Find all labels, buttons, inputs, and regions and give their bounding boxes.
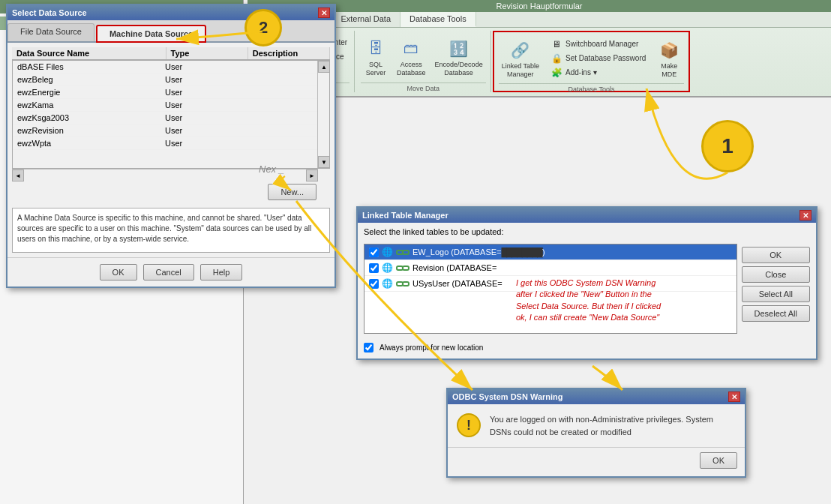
sql-server-label: SQLServer	[366, 61, 386, 77]
table-row[interactable]: ewzKama User	[13, 99, 317, 112]
encode-decode-label: Encode/DecodeDatabase	[435, 61, 483, 77]
table-row[interactable]: ewzKsga2003 User	[13, 112, 317, 124]
linked-item-checkbox-1[interactable]	[369, 248, 379, 257]
select-ds-close-btn[interactable]: ✕	[318, 8, 330, 18]
new-btn[interactable]: New...	[268, 184, 316, 200]
linked-item-label-2: Revision (DATABASE=	[412, 263, 496, 272]
ds-horizontal-scrollbar[interactable]: ◄ ►	[12, 169, 318, 181]
linked-item-usysuser[interactable]: 🌐 USysUser (DATABASE=	[364, 276, 736, 292]
access-database-btn[interactable]: 🗃 AccessDatabase	[394, 35, 429, 79]
tab-database-tools[interactable]: Database Tools	[400, 12, 476, 27]
ds-name-cell: ewzKsga2003	[13, 112, 160, 124]
table-row[interactable]: ewzEnergie User	[13, 86, 317, 99]
add-ins-btn[interactable]: 🧩 Add-ins ▾	[548, 66, 648, 80]
linked-table-manager-btn[interactable]: 🔗 Linked TableManager	[499, 37, 542, 80]
linked-table-icon: 🔗	[508, 38, 532, 62]
ds-name-cell: ewzBeleg	[13, 74, 160, 86]
ds-hscroll-track[interactable]	[24, 170, 306, 181]
new-btn-area: New...	[12, 181, 330, 203]
ds-type-cell: User	[160, 99, 239, 111]
ds-scroll-down-btn[interactable]: ▼	[318, 156, 330, 168]
always-prompt-checkbox[interactable]	[364, 343, 374, 352]
add-ins-label: Add-ins ▾	[566, 68, 597, 76]
ds-type-cell: User	[160, 112, 239, 124]
linked-globe-icon-1: 🌐	[382, 247, 393, 257]
sql-server-btn[interactable]: 🗄 SQLServer	[361, 35, 391, 79]
chain-icon-2	[396, 266, 410, 271]
always-prompt-label: Always prompt for new location	[380, 344, 483, 352]
ds-scroll-right-btn[interactable]: ►	[306, 170, 318, 182]
ds-scroll-left-btn[interactable]: ◄	[12, 170, 24, 182]
ds-scroll-up-btn[interactable]: ▲	[318, 61, 330, 73]
file-data-source-tab[interactable]: File Data Source	[8, 23, 94, 41]
db-tools-group-label: Database Tools	[499, 83, 685, 93]
linked-item-ew-logo[interactable]: 🌐 EW_Logo (DATABASE=████████)	[364, 244, 736, 260]
set-db-password-icon: 🔒	[550, 52, 562, 64]
col-header-name: Data Source Name	[12, 47, 166, 59]
sql-server-icon: 🗄	[364, 37, 388, 61]
linked-item-checkbox-2[interactable]	[369, 263, 379, 273]
encode-decode-btn[interactable]: 🔢 Encode/DecodeDatabase	[432, 35, 486, 79]
ds-table-inner: dBASE Files User ewzBeleg User ewzEnergi…	[13, 61, 317, 168]
linked-item-revision[interactable]: 🌐 Revision (DATABASE=	[364, 260, 736, 276]
odbc-warning-dialog: ODBC System DSN Warning ✕ ! You are logg…	[446, 388, 746, 478]
make-mde-label: MakeMDE	[661, 62, 677, 79]
linked-table-subtitle: Select the linked tables to be updated:	[358, 223, 816, 238]
linked-table-title: Linked Table Manager	[362, 211, 448, 220]
switchboard-icon: 🖥	[550, 38, 562, 50]
select-data-source-dialog: Select Data Source ✕ File Data Source Ma…	[6, 4, 336, 288]
linked-table-buttons: OK Close Select All Deselect All	[742, 244, 810, 334]
ds-desc-cell	[239, 112, 318, 124]
machine-data-source-tab[interactable]: Machine Data Source	[96, 25, 206, 43]
table-row[interactable]: dBASE Files User	[13, 61, 317, 74]
chain-icon-1	[396, 250, 410, 255]
warning-icon: !	[457, 413, 481, 437]
linked-table-label: Linked TableManager	[502, 62, 539, 79]
ds-name-cell: ewzRevision	[13, 124, 160, 136]
linked-ok-btn[interactable]: OK	[742, 247, 810, 263]
select-ds-ok-btn[interactable]: OK	[100, 264, 137, 280]
linked-item-label-1: EW_Logo (DATABASE=████████)	[412, 248, 545, 256]
odbc-message: You are logged on with non-Administrativ…	[490, 413, 736, 438]
ds-type-cell: User	[160, 124, 239, 136]
linked-deselect-all-btn[interactable]: Deselect All	[742, 305, 810, 322]
set-db-password-btn[interactable]: 🔒 Set Database Password	[548, 52, 648, 65]
ds-desc-cell	[239, 61, 318, 73]
ds-table-header: Data Source Name Type Description	[12, 47, 330, 60]
move-data-group-label: Move Data	[361, 82, 486, 92]
switchboard-label: Switchboard Manager	[566, 40, 638, 48]
select-ds-help-btn[interactable]: Help	[200, 264, 243, 280]
odbc-close-btn[interactable]: ✕	[728, 392, 740, 402]
access-db-label: AccessDatabase	[397, 61, 426, 77]
table-row[interactable]: ewzWpta User	[13, 137, 317, 150]
select-ds-title: Select Data Source	[12, 8, 87, 17]
ds-desc-cell	[239, 86, 318, 98]
select-ds-cancel-btn[interactable]: Cancel	[143, 264, 194, 280]
linked-item-checkbox-3[interactable]	[369, 279, 379, 289]
linked-globe-icon-2: 🌐	[382, 262, 393, 273]
make-mde-btn[interactable]: 📦 MakeMDE	[654, 37, 684, 80]
odbc-ok-btn[interactable]: OK	[700, 452, 737, 469]
ds-desc-cell	[239, 99, 318, 111]
ds-scroll-track[interactable]	[318, 73, 329, 156]
linked-close-btn[interactable]: Close	[742, 266, 810, 283]
linked-select-all-btn[interactable]: Select All	[742, 286, 810, 302]
linked-item-label-3: USysUser (DATABASE=	[412, 279, 502, 288]
linked-table-close-btn[interactable]: ✕	[800, 210, 812, 220]
linked-globe-icon-3: 🌐	[382, 278, 393, 289]
chain-icon-3	[396, 281, 410, 286]
linked-table-list: 🌐 EW_Logo (DATABASE=████████) 🌐 Revision…	[364, 244, 737, 334]
linked-table-manager-dialog: Linked Table Manager ✕ Select the linked…	[356, 206, 818, 360]
ribbon-group-db-tools: 🔗 Linked TableManager 🖥 Switchboard Mana…	[493, 31, 691, 92]
select-ds-tabs: File Data Source Machine Data Source	[8, 20, 334, 43]
tab-external-data[interactable]: External Data	[332, 12, 400, 27]
table-row[interactable]: ewzBeleg User	[13, 74, 317, 86]
db-tools-buttons: 🔗 Linked TableManager 🖥 Switchboard Mana…	[499, 34, 685, 83]
description-box: A Machine Data Source is specific to thi…	[12, 208, 330, 253]
linked-table-body: 🌐 EW_Logo (DATABASE=████████) 🌐 Revision…	[358, 238, 816, 340]
ds-vertical-scrollbar[interactable]: ▲ ▼	[317, 61, 329, 168]
table-row[interactable]: ewzRevision User	[13, 124, 317, 137]
switchboard-manager-btn[interactable]: 🖥 Switchboard Manager	[548, 38, 648, 51]
odbc-titlebar: ODBC System DSN Warning ✕	[448, 389, 745, 404]
ds-desc-cell	[239, 137, 318, 149]
